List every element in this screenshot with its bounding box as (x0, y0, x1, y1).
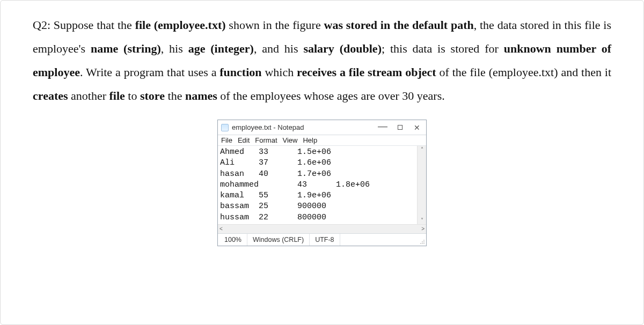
q-t3 (118, 42, 123, 55)
question-text: Q2: Suppose that the file (employee.txt)… (33, 13, 611, 108)
q-t11: of the file (employee.txt) and then it (436, 65, 611, 79)
svg-point-5 (423, 243, 425, 244)
q-b8: (double) (340, 42, 382, 55)
status-encoding: UTF-8 (310, 234, 340, 246)
file-line-4: mohammed 43 1.8e+06 (220, 180, 370, 189)
statusbar: 100% Windows (CRLF) UTF-8 (218, 233, 426, 246)
file-line-2: Ali 37 1.6e+06 (220, 158, 331, 167)
status-eol: Windows (CRLF) (247, 234, 310, 246)
status-zoom: 100% (218, 234, 247, 246)
notepad-app-icon (221, 124, 229, 131)
q-t9: . Write a program that uses a (80, 65, 219, 79)
page: Q2: Suppose that the file (employee.txt)… (0, 0, 644, 325)
titlebar[interactable]: employee.txt - Notepad — ✕ (218, 120, 426, 135)
menu-file[interactable]: File (221, 136, 232, 144)
content-area: Ahmed 33 1.5e+06 Ali 37 1.6e+06 hasan 40… (218, 146, 426, 224)
q-t8: ; this data is stored for (382, 42, 504, 55)
q-b5: age (188, 42, 206, 55)
q-b3: name (91, 42, 118, 55)
horizontal-scrollbar[interactable]: < > (218, 224, 426, 233)
file-line-6: bassam 25 900000 (220, 202, 326, 211)
q-t14: the (165, 89, 185, 102)
close-button[interactable]: ✕ (413, 124, 421, 131)
svg-point-1 (422, 241, 423, 242)
maximize-icon (398, 125, 402, 130)
file-line-5: kamal 55 1.9e+06 (220, 191, 331, 200)
minimize-button[interactable]: — (379, 122, 386, 130)
resize-grip-icon[interactable] (419, 234, 426, 246)
q-b7: salary (303, 42, 334, 55)
svg-point-4 (422, 243, 423, 244)
maximize-button[interactable] (396, 124, 404, 131)
svg-point-2 (423, 241, 425, 242)
q-b2: was stored in the default path (324, 18, 474, 32)
q-t5 (205, 42, 210, 55)
file-line-7: hussam 22 800000 (220, 213, 326, 222)
scroll-right-icon: > (421, 226, 425, 232)
svg-point-0 (423, 240, 425, 241)
text-area[interactable]: Ahmed 33 1.5e+06 Ali 37 1.6e+06 hasan 40… (218, 146, 417, 224)
svg-point-3 (420, 243, 421, 244)
q-b6: (integer) (210, 42, 254, 55)
file-line-1: Ahmed 33 1.5e+06 (220, 147, 331, 157)
menu-edit[interactable]: Edit (238, 136, 250, 144)
menu-help[interactable]: Help (303, 136, 317, 144)
q-b11: receives a file stream object (297, 65, 436, 79)
notepad-figure: employee.txt - Notepad — ✕ File Edit For… (33, 120, 611, 246)
notepad-window: employee.txt - Notepad — ✕ File Edit For… (217, 120, 427, 246)
window-buttons: — ✕ (379, 124, 423, 131)
menu-view[interactable]: View (283, 136, 298, 144)
q-b10: function (219, 65, 261, 79)
q-b1: file (employee.txt) (135, 18, 226, 32)
vertical-scrollbar[interactable]: ˄ ˅ (417, 146, 426, 224)
q-t7 (334, 42, 340, 55)
window-title: employee.txt - Notepad (232, 123, 304, 131)
q-t10: which (262, 65, 297, 79)
scroll-left-icon: < (219, 226, 223, 232)
q-b15: names (185, 89, 217, 102)
q-t4: , his (161, 42, 188, 55)
q-b13: file (109, 89, 125, 102)
q-b14: store (140, 89, 165, 102)
q-b4: (string) (123, 42, 161, 55)
q-prefix: Q2: Suppose that the (33, 18, 135, 32)
scroll-up-icon: ˄ (421, 147, 423, 152)
menubar: File Edit Format View Help (218, 135, 426, 146)
q-t12: another (71, 89, 109, 102)
q-t15: of the employees whose ages are over 30 … (217, 89, 445, 102)
q-t1: shown in the figure (226, 18, 324, 32)
file-line-3: hasan 40 1.7e+06 (220, 169, 331, 179)
menu-format[interactable]: Format (255, 136, 277, 144)
q-t13: to (125, 89, 140, 102)
q-b12: creates (33, 89, 71, 102)
q-t6: , and his (254, 42, 304, 55)
scroll-down-icon: ˅ (421, 218, 423, 223)
